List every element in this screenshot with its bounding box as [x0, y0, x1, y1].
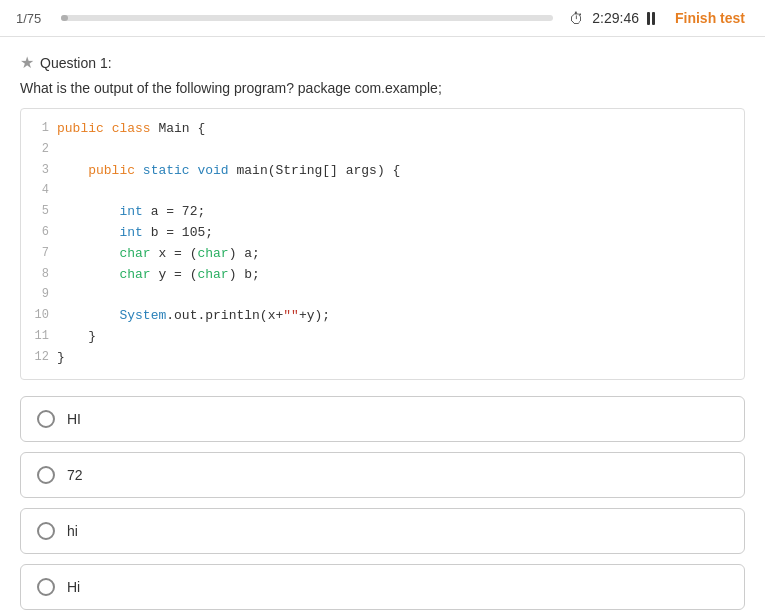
timer-display: 2:29:46 [592, 10, 639, 26]
option-hi-upper[interactable]: HI [20, 396, 745, 442]
line-content-5: int a = 72; [57, 202, 732, 223]
option-72[interactable]: 72 [20, 452, 745, 498]
line-num-6: 6 [33, 223, 57, 242]
line-content-6: int b = 105; [57, 223, 732, 244]
line-content-4 [57, 181, 732, 202]
option-label-hi-mixed: Hi [67, 579, 80, 595]
radio-hi-mixed[interactable] [37, 578, 55, 596]
question-number: Question 1: [40, 55, 112, 71]
line-content-7: char x = (char) a; [57, 244, 732, 265]
pause-button[interactable] [647, 12, 655, 25]
code-line-3: 3 public static void main(String[] args)… [33, 161, 732, 182]
code-line-9: 9 [33, 285, 732, 306]
radio-hi-upper[interactable] [37, 410, 55, 428]
option-label-hi-lower: hi [67, 523, 78, 539]
radio-72[interactable] [37, 466, 55, 484]
line-content-11: } [57, 327, 732, 348]
line-num-3: 3 [33, 161, 57, 180]
line-content-10: System.out.println(x+""+y); [57, 306, 732, 327]
code-line-6: 6 int b = 105; [33, 223, 732, 244]
progress-section: 1/75 [16, 11, 553, 26]
radio-hi-lower[interactable] [37, 522, 55, 540]
code-line-10: 10 System.out.println(x+""+y); [33, 306, 732, 327]
timer-section: ⏱ 2:29:46 Finish test [569, 8, 749, 28]
line-content-9 [57, 285, 732, 306]
code-line-7: 7 char x = (char) a; [33, 244, 732, 265]
line-content-1: public class Main { [57, 119, 732, 140]
code-line-12: 12 } [33, 348, 732, 369]
code-line-4: 4 [33, 181, 732, 202]
progress-bar-fill [61, 15, 68, 21]
question-text: What is the output of the following prog… [20, 80, 745, 96]
option-label-hi-upper: HI [67, 411, 81, 427]
code-line-1: 1 public class Main { [33, 119, 732, 140]
clock-icon: ⏱ [569, 10, 584, 27]
line-num-5: 5 [33, 202, 57, 221]
pause-bar-left [647, 12, 650, 25]
line-content-8: char y = (char) b; [57, 265, 732, 286]
code-line-2: 2 [33, 140, 732, 161]
code-line-11: 11 } [33, 327, 732, 348]
options-list: HI 72 hi Hi 72105 hl [20, 396, 745, 612]
progress-label: 1/75 [16, 11, 51, 26]
pause-bar-right [652, 12, 655, 25]
line-num-12: 12 [33, 348, 57, 367]
main-content: ★ Question 1: What is the output of the … [0, 37, 765, 612]
line-num-10: 10 [33, 306, 57, 325]
line-content-3: public static void main(String[] args) { [57, 161, 732, 182]
option-label-72: 72 [67, 467, 83, 483]
line-num-11: 11 [33, 327, 57, 346]
code-block: 1 public class Main { 2 3 public static … [20, 108, 745, 380]
line-content-2 [57, 140, 732, 161]
line-content-12: } [57, 348, 732, 369]
question-header: ★ Question 1: [20, 53, 745, 72]
line-num-9: 9 [33, 285, 57, 304]
option-hi-mixed[interactable]: Hi [20, 564, 745, 610]
top-bar: 1/75 ⏱ 2:29:46 Finish test [0, 0, 765, 37]
finish-test-button[interactable]: Finish test [671, 8, 749, 28]
line-num-4: 4 [33, 181, 57, 200]
line-num-1: 1 [33, 119, 57, 138]
line-num-2: 2 [33, 140, 57, 159]
code-line-8: 8 char y = (char) b; [33, 265, 732, 286]
option-hi-lower[interactable]: hi [20, 508, 745, 554]
line-num-7: 7 [33, 244, 57, 263]
progress-bar-container [61, 15, 553, 21]
code-line-5: 5 int a = 72; [33, 202, 732, 223]
line-num-8: 8 [33, 265, 57, 284]
star-icon[interactable]: ★ [20, 53, 34, 72]
